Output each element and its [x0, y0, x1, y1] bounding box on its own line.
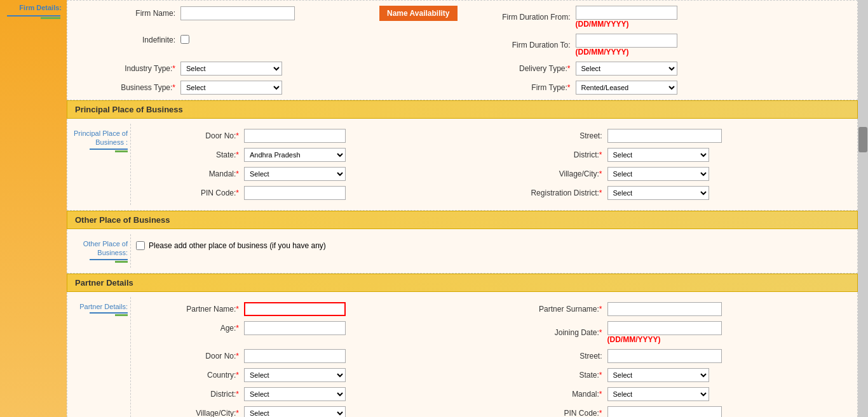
- principal-place-sidebar-label: Principal Place of Business :: [70, 129, 128, 147]
- other-place-checkbox[interactable]: [136, 241, 145, 250]
- partner-details-content: Partner Details: Partner Name:*: [67, 292, 858, 417]
- firm-type-select[interactable]: Rented/Leased: [576, 81, 677, 95]
- green-underline-3: [115, 314, 128, 316]
- principal-place-header: Principal Place of Business: [67, 100, 858, 119]
- firm-type-label: Firm Type:*: [468, 83, 576, 92]
- ppb-district-select[interactable]: Select: [607, 148, 709, 162]
- age-label: Age:*: [136, 324, 244, 333]
- ppb-district-label: District:*: [499, 150, 607, 159]
- firm-duration-from-label: Firm Duration From:: [468, 13, 576, 22]
- other-place-title: Other Place of Business: [75, 215, 170, 225]
- joining-date-label: Joining Date:*: [499, 328, 607, 337]
- delivery-type-label: Delivery Type:*: [468, 64, 576, 73]
- ppb-door-no-input[interactable]: [244, 129, 346, 143]
- joining-date-placeholder: (DD/MM/YYYY): [607, 335, 853, 344]
- firm-duration-to-label: Firm Duration To:: [468, 41, 576, 50]
- partner-country-label: Country:*: [136, 371, 244, 380]
- partner-details-header: Partner Details: [67, 274, 858, 292]
- indefinite-checkbox[interactable]: [180, 35, 189, 44]
- blue-underline-3: [90, 312, 128, 314]
- partner-state-label: State:*: [499, 371, 607, 380]
- partner-district-select[interactable]: Select: [244, 387, 346, 401]
- delivery-type-select[interactable]: Select: [576, 62, 677, 76]
- ppb-state-label: State:*: [136, 150, 244, 159]
- name-availability-button[interactable]: Name Availability: [379, 6, 457, 21]
- partner-details-sidebar: Partner Details:: [67, 297, 131, 417]
- partner-mandal-select[interactable]: Select: [607, 387, 709, 401]
- firm-details-nav: Firm Details:: [0, 0, 67, 14]
- principal-place-sidebar: Principal Place of Business :: [67, 124, 131, 205]
- other-place-sidebar-label: Other Place of Business:: [70, 239, 128, 258]
- partner-surname-label: Partner Surname:*: [499, 305, 607, 314]
- main-content: Firm Name: Name Availability Firm Durati…: [67, 0, 858, 417]
- age-input[interactable]: [244, 321, 346, 335]
- ppb-door-no-label: Door No:*: [136, 131, 244, 140]
- partner-street-label: Street:: [499, 352, 607, 361]
- blue-underline-2: [90, 259, 128, 260]
- joining-date-input[interactable]: [607, 321, 722, 335]
- other-place-header: Other Place of Business: [67, 211, 858, 229]
- firm-duration-to-input[interactable]: [576, 34, 677, 48]
- partner-street-input[interactable]: [607, 349, 722, 363]
- firm-name-input[interactable]: [180, 6, 295, 20]
- firm-duration-to-placeholder: (DD/MM/YYYY): [576, 48, 853, 56]
- partner-door-no-input[interactable]: [244, 349, 346, 363]
- ppb-village-city-select[interactable]: Select: [607, 167, 709, 181]
- partner-name-input[interactable]: [244, 302, 346, 316]
- ppb-mandal-select[interactable]: Select: [244, 167, 346, 181]
- left-sidebar: Firm Details:: [0, 0, 67, 417]
- scrollbar-thumb[interactable]: [858, 127, 867, 152]
- firm-duration-from-input[interactable]: [576, 6, 677, 20]
- principal-place-title: Principal Place of Business: [75, 105, 183, 114]
- green-underline-2: [115, 261, 128, 263]
- partner-name-label: Partner Name:*: [136, 305, 244, 314]
- partner-surname-input[interactable]: [607, 302, 722, 316]
- ppb-street-label: Street:: [499, 131, 607, 140]
- ppb-reg-district-select[interactable]: Select: [607, 186, 709, 200]
- ppb-state-select[interactable]: Andhra Pradesh: [244, 148, 346, 162]
- partner-door-no-label: Door No:*: [136, 352, 244, 361]
- principal-place-content: Principal Place of Business : Door No:*: [67, 119, 858, 211]
- indefinite-label: Indefinite:: [72, 36, 180, 44]
- firm-details-section: Firm Name: Name Availability Firm Durati…: [67, 0, 858, 100]
- blue-underline: [90, 149, 128, 150]
- ppb-street-input[interactable]: [607, 129, 722, 143]
- other-place-sidebar: Other Place of Business:: [67, 234, 131, 268]
- firm-duration-from-placeholder: (DD/MM/YYYY): [576, 20, 853, 29]
- business-type-label: Business Type:*: [72, 83, 180, 92]
- partner-pin-code-label: PIN Code:*: [499, 409, 607, 417]
- green-underline: [115, 150, 128, 152]
- partner-village-city-label: Village/City:*: [136, 409, 244, 417]
- industry-type-label: Industry Type:*: [72, 64, 180, 73]
- ppb-pin-code-label: PIN Code:*: [136, 189, 244, 197]
- ppb-mandal-label: Mandal:*: [136, 169, 244, 178]
- scrollbar[interactable]: [858, 0, 868, 417]
- industry-type-select[interactable]: Select: [180, 62, 282, 76]
- ppb-reg-district-label: Registration District:*: [499, 189, 607, 197]
- partner-pin-code-input[interactable]: [607, 406, 722, 417]
- business-type-select[interactable]: Select: [180, 81, 282, 95]
- ppb-pin-code-input[interactable]: [244, 186, 346, 200]
- ppb-village-city-label: Village/City:*: [499, 169, 607, 178]
- principal-place-fields: Door No:* Street:: [131, 124, 857, 205]
- other-place-checkbox-label: Please add other place of business (if y…: [149, 241, 326, 250]
- partner-details-sidebar-label: Partner Details:: [79, 302, 128, 311]
- partner-mandal-label: Mandal:*: [499, 390, 607, 399]
- partner-country-select[interactable]: Select: [244, 368, 346, 382]
- partner-details-fields: Partner Name:* Partner Surname:*: [131, 297, 857, 417]
- partner-village-city-select[interactable]: Select: [244, 406, 346, 417]
- other-place-content: Other Place of Business: Please add othe…: [67, 229, 858, 274]
- other-place-fields: Please add other place of business (if y…: [131, 234, 857, 268]
- partner-state-select[interactable]: Select: [607, 368, 709, 382]
- firm-name-label: Firm Name:: [72, 9, 180, 18]
- partner-details-title: Partner Details: [75, 278, 133, 288]
- partner-district-label: District:*: [136, 390, 244, 399]
